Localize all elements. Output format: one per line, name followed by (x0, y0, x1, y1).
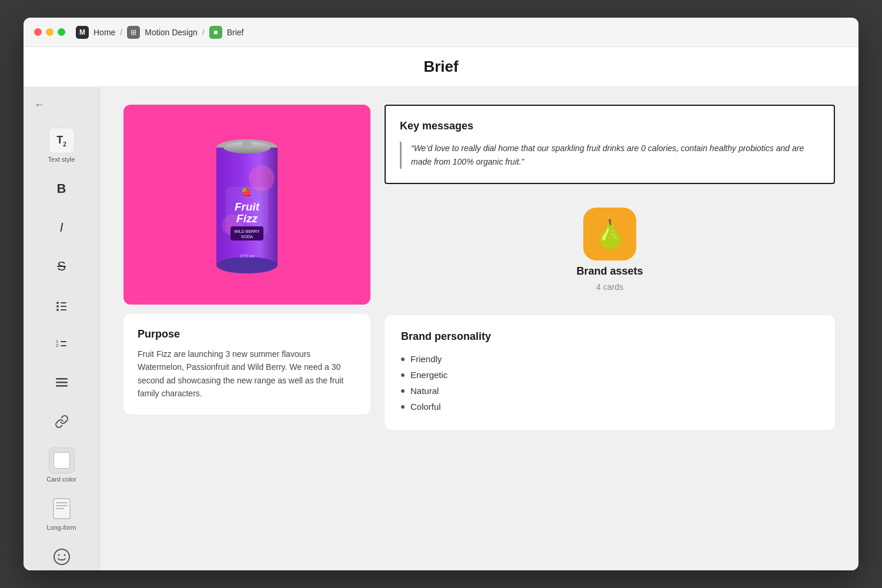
main-area: ← T2 Text style B I S (24, 87, 858, 570)
brief-icon: ■ (209, 26, 222, 39)
product-image-card: 🍓 Fruit Fizz WILD BERRY SODA 375 ml (123, 105, 370, 305)
svg-rect-3 (61, 306, 66, 307)
card-color-label: Card color (46, 476, 76, 483)
svg-text:Fruit: Fruit (235, 201, 260, 213)
svg-text:Fizz: Fizz (236, 212, 258, 225)
svg-rect-14 (56, 502, 68, 503)
svg-text:2: 2 (56, 343, 59, 348)
breadcrumb: M Home / ⊞ Motion Design / ■ Brief (76, 26, 243, 39)
svg-rect-1 (61, 302, 66, 303)
svg-text:375 ml: 375 ml (240, 253, 254, 259)
strikethrough-icon: S (49, 253, 75, 279)
svg-text:WILD BERRY: WILD BERRY (234, 229, 260, 233)
long-form-icon (49, 496, 75, 522)
emoji-icon (49, 544, 75, 570)
sidebar-item-numbered-list[interactable]: 1 2 (24, 325, 99, 363)
content-area: 🍓 Fruit Fizz WILD BERRY SODA 375 ml Pu (100, 87, 858, 570)
brand-assets-icon: 🍐 (583, 208, 636, 260)
bullet-dot-3 (401, 389, 405, 393)
link-icon (49, 409, 75, 435)
svg-rect-15 (56, 505, 68, 506)
quote-block: “We’d love to really dial home that our … (400, 142, 820, 169)
bullet-list-icon (49, 292, 75, 318)
can-svg: 🍓 Fruit Fizz WILD BERRY SODA 375 ml (200, 119, 294, 290)
breadcrumb-motion-design[interactable]: Motion Design (145, 28, 198, 37)
sidebar-item-align[interactable] (24, 364, 99, 402)
sidebar-item-link[interactable] (24, 403, 99, 440)
bold-icon: B (49, 176, 75, 202)
svg-rect-24 (242, 142, 252, 146)
align-icon (49, 370, 75, 396)
page-title: Brief (34, 58, 848, 76)
svg-point-17 (54, 549, 69, 564)
brand-personality-title: Brand personality (401, 330, 818, 343)
home-icon: M (76, 26, 89, 39)
back-button[interactable]: ← (24, 93, 99, 117)
svg-rect-11 (56, 382, 68, 383)
sidebar-item-bullet-list[interactable] (24, 286, 99, 324)
sidebar: ← T2 Text style B I S (24, 87, 100, 570)
page-header: Brief (24, 47, 858, 87)
list-item: Energetic (401, 367, 818, 383)
purpose-card: Purpose Fruit Fizz are launching 3 new s… (123, 314, 370, 415)
left-column: 🍓 Fruit Fizz WILD BERRY SODA 375 ml Pu (123, 105, 370, 553)
sidebar-item-card-color[interactable]: Card color (24, 442, 99, 489)
key-messages-title: Key messages (400, 120, 820, 132)
card-color-icon (49, 447, 75, 473)
breadcrumb-sep-2: / (202, 28, 205, 37)
svg-point-19 (64, 554, 65, 556)
svg-text:🍓: 🍓 (241, 187, 252, 197)
quote-text: “We’d love to really dial home that our … (411, 142, 820, 169)
svg-point-4 (56, 309, 59, 311)
svg-rect-9 (61, 345, 66, 346)
text-style-icon: T2 (49, 128, 75, 153)
purpose-body: Fruit Fizz are launching 3 new summer fl… (138, 348, 356, 400)
app-window: M Home / ⊞ Motion Design / ■ Brief Brief… (24, 18, 858, 570)
purpose-title: Purpose (138, 328, 356, 340)
svg-point-18 (58, 554, 59, 556)
bullet-dot-2 (401, 373, 405, 377)
brand-personality-card: Brand personality Friendly Energetic (385, 315, 835, 430)
svg-point-2 (56, 305, 59, 308)
traffic-lights (34, 28, 65, 36)
text-style-label: Text style (48, 156, 75, 163)
brand-assets-card[interactable]: 🍐 Brand assets 4 cards (385, 193, 835, 306)
breadcrumb-home[interactable]: Home (93, 28, 115, 37)
brand-personality-list: Friendly Energetic Natural Colorful (401, 351, 818, 415)
svg-text:SODA: SODA (241, 235, 253, 239)
sidebar-item-emoji[interactable] (24, 538, 99, 570)
sidebar-item-italic[interactable]: I (24, 209, 99, 246)
key-messages-card: Key messages “We’d love to really dial h… (385, 105, 835, 184)
long-form-label: Long-form (46, 524, 76, 531)
sidebar-item-text-style[interactable]: T2 Text style (24, 122, 99, 169)
brand-assets-subtitle: 4 cards (596, 282, 623, 292)
brand-assets-title: Brand assets (576, 265, 643, 278)
sidebar-item-strikethrough[interactable]: S (24, 248, 99, 285)
maximize-button[interactable] (58, 28, 65, 36)
svg-rect-7 (61, 341, 66, 342)
sidebar-item-long-form[interactable]: Long-form (24, 490, 99, 537)
svg-rect-12 (56, 385, 68, 387)
svg-point-0 (56, 302, 59, 304)
motion-design-icon: ⊞ (127, 26, 140, 39)
breadcrumb-sep-1: / (120, 28, 122, 37)
list-item: Natural (401, 383, 818, 399)
svg-rect-5 (61, 309, 66, 310)
svg-point-22 (216, 257, 278, 273)
list-item: Friendly (401, 351, 818, 367)
svg-rect-16 (56, 508, 64, 509)
sidebar-item-bold[interactable]: B (24, 170, 99, 208)
close-button[interactable] (34, 28, 42, 36)
numbered-list-icon: 1 2 (49, 331, 75, 357)
right-column: Key messages “We’d love to really dial h… (385, 105, 835, 553)
minimize-button[interactable] (46, 28, 54, 36)
titlebar: M Home / ⊞ Motion Design / ■ Brief (24, 18, 858, 47)
list-item: Colorful (401, 399, 818, 415)
italic-icon: I (49, 215, 75, 240)
breadcrumb-brief[interactable]: Brief (227, 28, 244, 37)
bullet-dot-4 (401, 405, 405, 409)
svg-rect-10 (56, 378, 68, 380)
bullet-dot-1 (401, 358, 405, 361)
